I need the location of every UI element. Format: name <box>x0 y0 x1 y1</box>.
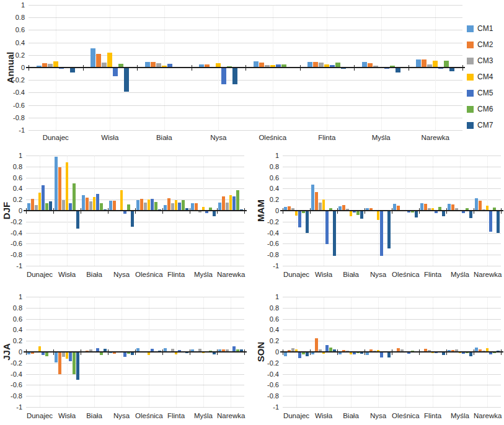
axis-tick <box>474 349 474 355</box>
legend-label: CM2 <box>477 41 493 48</box>
category-label: Biała <box>137 134 192 141</box>
y-tick-label: 0.8 <box>0 13 25 22</box>
axis-tick <box>245 65 246 71</box>
category-label: Biała <box>81 271 108 278</box>
gridline <box>283 374 501 375</box>
axis-tick <box>365 208 365 214</box>
y-tick-label: 0.2 <box>0 195 22 204</box>
bar-CM7 <box>76 352 79 380</box>
plot-area <box>283 297 501 407</box>
bar-CM1 <box>218 203 221 211</box>
gridline <box>29 92 462 93</box>
category-label: Oleśnica <box>392 271 419 278</box>
bar-CM5 <box>123 352 126 357</box>
bar-CM7 <box>76 211 79 229</box>
category-label: Narewka <box>217 412 244 419</box>
axis-tick <box>81 208 81 214</box>
y-tick-label: 0 <box>0 348 22 356</box>
y-tick-label: -0.8 <box>0 392 22 400</box>
bar-CM2 <box>31 199 34 211</box>
bar-CM7 <box>497 211 500 233</box>
bar-CM4 <box>120 190 123 211</box>
bar-CM2 <box>222 196 225 211</box>
gridline <box>283 266 501 266</box>
bar-CM5 <box>380 352 383 357</box>
axis-tick <box>365 349 365 355</box>
y-tick-label: -0.2 <box>0 76 25 84</box>
axis-tick <box>26 349 27 355</box>
y-tick-label: 0 <box>0 206 22 215</box>
category-label: Myśla <box>190 271 217 278</box>
chart-djf: DJF 10.80.60.40.20-0.2-0.4-0.6-0.8-1Duna… <box>0 149 252 290</box>
bar-CM4 <box>229 195 232 211</box>
y-tick-label: -0.2 <box>0 217 22 226</box>
bar-CM1 <box>284 352 287 356</box>
axis-tick <box>135 208 136 214</box>
bar-CM7 <box>306 352 309 356</box>
axis-tick <box>83 65 84 71</box>
bar-CM7 <box>387 211 391 248</box>
y-tick-label: 0.6 <box>252 173 279 182</box>
y-tick-label: 0.4 <box>0 325 22 334</box>
category-label: Flinta <box>419 412 446 419</box>
bar-CM7 <box>469 352 472 356</box>
bar-CM3 <box>89 201 92 211</box>
bar-CM4 <box>93 197 96 211</box>
category-label: Oleśnica <box>135 271 162 278</box>
bar-CM5 <box>42 185 45 211</box>
axis-tick <box>310 349 311 355</box>
category-label: Oleśnica <box>245 134 300 141</box>
y-tick-label: -0.6 <box>0 380 22 389</box>
gridline <box>26 341 244 341</box>
axis-tick <box>501 208 502 214</box>
gridline <box>283 308 501 309</box>
bar-CM5 <box>113 68 118 76</box>
gridline <box>29 80 462 81</box>
gridline <box>283 188 501 189</box>
legend-item-cm5: CM5 <box>467 89 493 97</box>
bar-CM6 <box>45 352 48 356</box>
legend: CM1CM2CM3CM4CM5CM6CM7 <box>467 25 493 129</box>
legend-item-cm1: CM1 <box>467 25 493 32</box>
category-label: Narewka <box>409 134 463 141</box>
y-tick-label: -0.6 <box>0 239 22 248</box>
axis-tick <box>190 208 190 214</box>
axis-tick <box>81 349 81 355</box>
axis-tick <box>310 208 311 214</box>
bar-CM7 <box>360 211 363 219</box>
axis-tick <box>26 208 27 214</box>
gridline <box>29 30 462 30</box>
y-tick-label: 1 <box>252 292 279 301</box>
y-tick-label: -0.8 <box>252 392 279 400</box>
bar-CM4 <box>38 193 42 211</box>
category-label: Nysa <box>108 412 135 419</box>
gridline <box>283 222 501 222</box>
legend-item-cm3: CM3 <box>467 57 493 64</box>
bar-CM2 <box>113 201 116 211</box>
gridline <box>29 17 462 18</box>
y-tick-label: 0.2 <box>0 51 25 59</box>
axis-tick <box>337 349 338 355</box>
bar-CM3 <box>226 203 229 211</box>
axis-tick <box>217 208 218 214</box>
y-tick-label: 0.2 <box>252 195 279 204</box>
category-label: Myśla <box>446 271 474 278</box>
axis-tick <box>192 65 192 71</box>
bar-CM4 <box>175 200 178 211</box>
bar-CM4 <box>350 211 353 216</box>
bar-CM7 <box>49 201 52 211</box>
bar-CM7 <box>70 68 75 72</box>
category-label: Flinta <box>300 134 355 141</box>
bar-CM6 <box>154 202 157 211</box>
axis-tick <box>244 349 245 355</box>
gridline <box>283 156 501 156</box>
legend-item-cm7: CM7 <box>467 121 493 129</box>
gridline <box>283 255 501 255</box>
axis-tick <box>162 349 163 355</box>
y-tick-label: 0.4 <box>252 184 279 193</box>
y-tick-label: 1 <box>0 1 25 9</box>
gridline <box>283 167 501 167</box>
bar-CM2 <box>479 201 482 211</box>
gridline <box>26 266 244 266</box>
axis-tick <box>474 208 474 214</box>
